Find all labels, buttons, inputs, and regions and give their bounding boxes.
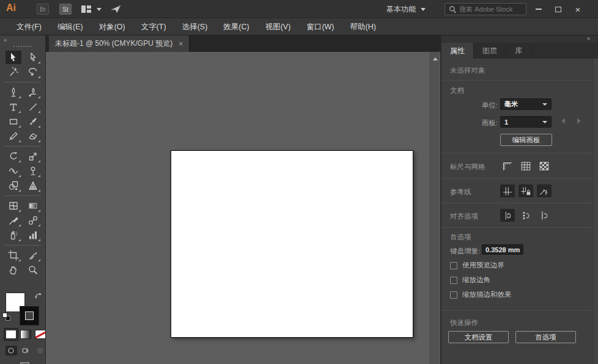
- maximize-button[interactable]: [549, 0, 567, 18]
- default-fill-stroke-icon[interactable]: [2, 313, 10, 321]
- scroll-up-icon[interactable]: [433, 57, 438, 60]
- close-button[interactable]: ×: [569, 0, 587, 18]
- tool-puppet-warp[interactable]: [25, 164, 41, 178]
- tool-eraser[interactable]: [25, 129, 41, 143]
- edit-artboard-button[interactable]: 编辑画板: [500, 134, 552, 146]
- menu-help[interactable]: 帮助(H): [342, 19, 384, 35]
- draw-behind-button[interactable]: [20, 346, 32, 355]
- menu-object[interactable]: 对象(O): [91, 19, 133, 35]
- tool-paintbrush[interactable]: [25, 115, 41, 128]
- tool-selection[interactable]: [6, 51, 21, 64]
- workspace-layout-icon[interactable]: [81, 5, 92, 16]
- canvas[interactable]: [46, 52, 440, 364]
- scale-corners-checkbox[interactable]: [450, 277, 457, 284]
- tool-direct-selection[interactable]: [25, 51, 41, 64]
- vertical-scrollbar[interactable]: [430, 52, 440, 364]
- keyboard-increment-field[interactable]: 0.3528 mm: [482, 244, 523, 255]
- titlebar: Ai Br St 基本功能 搜索 Adobe Stock ×: [0, 0, 598, 18]
- unit-select[interactable]: 毫米: [500, 98, 552, 110]
- tool-line-segment[interactable]: [25, 100, 41, 114]
- tab-layers[interactable]: 图层: [474, 43, 506, 59]
- panel-collapse-icon[interactable]: »: [587, 35, 589, 42]
- show-grid-icon[interactable]: [519, 159, 533, 172]
- snap-to-point-icon[interactable]: [537, 209, 552, 222]
- tool-scale[interactable]: [25, 150, 41, 163]
- document-section: 文档 单位: 毫米 画板: 1 编辑画板: [441, 81, 592, 153]
- document-tab[interactable]: 未标题-1 @ 50% (CMYK/GPU 预览) ×: [49, 35, 190, 52]
- snap-to-pixel-icon[interactable]: [519, 209, 533, 222]
- snap-to-grid-icon[interactable]: [500, 209, 515, 222]
- menu-edit[interactable]: 编辑(E): [50, 19, 91, 35]
- adobe-stock-search-input[interactable]: 搜索 Adobe Stock: [445, 3, 526, 15]
- scale-strokes-effects-checkbox[interactable]: [450, 291, 457, 299]
- layout-chevron-down-icon[interactable]: [97, 8, 102, 11]
- tool-lasso[interactable]: [25, 65, 41, 79]
- artboard-select[interactable]: 1: [500, 116, 552, 128]
- dock-collapse-icon[interactable]: «: [4, 37, 7, 43]
- tab-close-icon[interactable]: ×: [179, 40, 183, 48]
- menu-view[interactable]: 视图(V): [257, 19, 299, 35]
- tool-shaper[interactable]: [6, 129, 21, 143]
- tool-perspective-grid[interactable]: [25, 179, 41, 192]
- menu-select[interactable]: 选择(S): [174, 19, 216, 35]
- share-icon[interactable]: [110, 4, 122, 17]
- draw-inside-button[interactable]: [34, 346, 46, 355]
- show-guides-icon[interactable]: [500, 184, 515, 197]
- preview-bounds-row: 使用预览边界: [450, 261, 504, 270]
- artboard[interactable]: [171, 150, 413, 338]
- tool-type[interactable]: [6, 100, 21, 114]
- menu-effect[interactable]: 效果(C): [215, 19, 257, 35]
- menu-window[interactable]: 窗口(W): [298, 19, 342, 35]
- color-button[interactable]: [6, 330, 17, 339]
- tool-slice[interactable]: [25, 249, 41, 262]
- tool-hand[interactable]: [6, 263, 21, 277]
- minimize-button[interactable]: [530, 0, 548, 18]
- artboard-prev-icon[interactable]: [561, 118, 565, 124]
- tool-artboard[interactable]: [6, 249, 21, 262]
- menu-type[interactable]: 文字(T): [133, 19, 174, 35]
- artboard-next-icon[interactable]: [577, 118, 581, 124]
- preferences-button[interactable]: 首选项: [515, 331, 576, 343]
- tool-zoom[interactable]: [25, 263, 41, 277]
- tool-blend[interactable]: [25, 214, 41, 227]
- keyboard-increment-label: 键盘增量:: [450, 247, 480, 256]
- tool-curvature[interactable]: [25, 86, 41, 99]
- document-setup-button[interactable]: 文档设置: [448, 331, 509, 343]
- document-setup-label: 文档设置: [465, 333, 493, 342]
- tool-rotate[interactable]: [6, 150, 21, 163]
- screen-mode-icon[interactable]: [16, 362, 31, 364]
- dock-drag-handle[interactable]: [13, 46, 32, 47]
- tool-column-graph[interactable]: [25, 228, 41, 242]
- tool-mesh[interactable]: [6, 199, 21, 213]
- bridge-icon[interactable]: Br: [37, 4, 49, 15]
- use-preview-bounds-checkbox[interactable]: [450, 262, 457, 269]
- smart-guides-icon[interactable]: [537, 184, 552, 197]
- tool-magic-wand[interactable]: [6, 65, 21, 79]
- transparency-grid-icon[interactable]: [537, 159, 552, 172]
- none-button[interactable]: [35, 330, 46, 339]
- none-slash: [35, 330, 46, 339]
- properties-panel: » 属性 图层 库 未选择对象 文档 单位: 毫米 画板: 1: [441, 35, 598, 364]
- tool-gradient[interactable]: [25, 199, 41, 213]
- gradient-button[interactable]: [20, 330, 31, 339]
- stroke-color-swatch[interactable]: [20, 307, 39, 325]
- document-tab-label: 未标题-1 @ 50% (CMYK/GPU 预览): [55, 38, 172, 49]
- tool-width[interactable]: [6, 164, 21, 178]
- show-rulers-icon[interactable]: [500, 159, 515, 172]
- tab-libraries[interactable]: 库: [506, 43, 531, 59]
- tool-symbol-sprayer[interactable]: [6, 228, 21, 242]
- stock-icon[interactable]: St: [59, 4, 72, 15]
- guides-section: 参考线: [441, 179, 592, 203]
- draw-normal-button[interactable]: [6, 346, 17, 355]
- panel-scrollbar[interactable]: [592, 59, 598, 364]
- menu-file[interactable]: 文件(F): [9, 19, 50, 35]
- swap-fill-stroke-icon[interactable]: [34, 292, 43, 303]
- tool-pen[interactable]: [6, 86, 21, 99]
- maximize-icon: [555, 7, 561, 12]
- lock-guides-icon[interactable]: [519, 184, 533, 197]
- tool-rectangle[interactable]: [6, 115, 21, 128]
- tool-eyedropper[interactable]: [6, 214, 21, 227]
- tool-shape-builder[interactable]: [6, 179, 21, 192]
- tab-properties[interactable]: 属性: [441, 43, 474, 59]
- workspace-switcher[interactable]: 基本功能: [386, 0, 426, 18]
